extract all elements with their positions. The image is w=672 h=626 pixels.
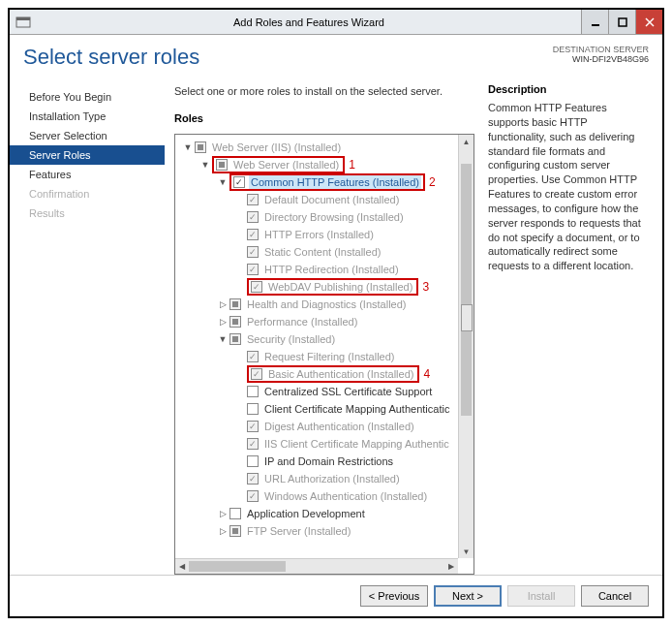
- tree-row[interactable]: Default Document (Installed): [183, 191, 473, 208]
- role-label[interactable]: Security (Installed): [245, 332, 337, 346]
- tree-row[interactable]: Windows Authentication (Installed): [183, 487, 473, 505]
- maximize-button[interactable]: [608, 10, 635, 34]
- tree-row[interactable]: IP and Domain Restrictions: [183, 453, 473, 470]
- role-label[interactable]: Common HTTP Features (Installed): [249, 175, 421, 189]
- role-label[interactable]: Directory Browsing (Installed): [262, 210, 406, 224]
- role-label[interactable]: HTTP Errors (Installed): [262, 228, 376, 241]
- tree-row[interactable]: Directory Browsing (Installed): [183, 208, 473, 226]
- tree-row[interactable]: ▼Web Server (Installed)1: [183, 156, 473, 173]
- annotation-number: 2: [429, 175, 436, 189]
- window-title: Add Roles and Features Wizard: [37, 16, 581, 28]
- tree-row[interactable]: WebDAV Publishing (Installed)3: [183, 278, 473, 296]
- role-label[interactable]: Basic Authentication (Installed): [266, 367, 415, 381]
- tree-row[interactable]: ▷Performance (Installed): [183, 313, 473, 330]
- scroll-left-icon[interactable]: ◀: [175, 559, 189, 574]
- role-checkbox: [247, 351, 259, 362]
- roles-tree[interactable]: ▼Web Server (IIS) (Installed)▼Web Server…: [175, 135, 473, 574]
- role-label[interactable]: Application Development: [245, 507, 367, 520]
- tree-row[interactable]: ▼Common HTTP Features (Installed)2: [183, 173, 473, 191]
- role-label[interactable]: HTTP Redirection (Installed): [262, 263, 401, 276]
- role-checkbox: [247, 194, 259, 205]
- role-label[interactable]: Default Document (Installed): [262, 193, 401, 206]
- sidebar-item-installation-type[interactable]: Installation Type: [10, 107, 165, 126]
- tree-row[interactable]: ▷FTP Server (Installed): [183, 522, 473, 540]
- tree-row[interactable]: ▷Health and Diagnostics (Installed): [183, 296, 473, 313]
- role-label[interactable]: Request Filtering (Installed): [262, 350, 397, 363]
- close-button[interactable]: [635, 10, 662, 34]
- previous-button[interactable]: < Previous: [360, 585, 428, 607]
- role-label[interactable]: Health and Diagnostics (Installed): [245, 297, 408, 311]
- role-checkbox[interactable]: [247, 455, 259, 467]
- role-label[interactable]: Windows Authentication (Installed): [262, 489, 429, 503]
- annotation-number: 1: [349, 158, 355, 172]
- tree-row[interactable]: Centralized SSL Certificate Support: [183, 383, 473, 400]
- titlebar: Add Roles and Features Wizard: [10, 10, 662, 35]
- description-text: Common HTTP Features supports basic HTTP…: [488, 101, 641, 273]
- app-icon: [15, 15, 31, 30]
- scroll-thumb-horizontal[interactable]: [189, 561, 286, 572]
- vertical-scrollbar[interactable]: ▲ ▼: [458, 135, 473, 558]
- tree-row[interactable]: Client Certificate Mapping Authenticatic: [183, 400, 473, 418]
- horizontal-scrollbar[interactable]: ◀ ▶: [175, 558, 458, 574]
- page-title: Select server roles: [23, 45, 553, 70]
- install-button: Install: [507, 585, 575, 607]
- role-label[interactable]: Web Server (IIS) (Installed): [210, 141, 343, 154]
- tree-row[interactable]: ▼Security (Installed): [183, 330, 473, 348]
- sidebar-item-server-roles[interactable]: Server Roles: [10, 145, 165, 165]
- sidebar-item-before-you-begin[interactable]: Before You Begin: [10, 87, 165, 107]
- role-label[interactable]: Digest Authentication (Installed): [262, 420, 416, 433]
- tree-row[interactable]: ▷Application Development: [183, 505, 473, 522]
- role-label[interactable]: Static Content (Installed): [262, 245, 382, 259]
- tree-row[interactable]: Basic Authentication (Installed)4: [183, 365, 473, 383]
- tree-row[interactable]: Request Filtering (Installed): [183, 348, 473, 365]
- tree-row[interactable]: ▼Web Server (IIS) (Installed): [183, 139, 473, 156]
- scroll-notch: [461, 304, 473, 331]
- tree-row[interactable]: URL Authorization (Installed): [183, 470, 473, 487]
- expand-icon[interactable]: ▼: [183, 142, 193, 152]
- tree-row[interactable]: Digest Authentication (Installed): [183, 418, 473, 435]
- role-checkbox[interactable]: [247, 403, 259, 415]
- expand-icon[interactable]: ▷: [218, 317, 228, 327]
- window-controls: [581, 10, 662, 34]
- role-label[interactable]: IIS Client Certificate Mapping Authentic: [262, 437, 451, 451]
- role-label[interactable]: Web Server (Installed): [231, 158, 341, 172]
- sidebar-item-results: Results: [10, 203, 165, 223]
- destination-name: WIN-DFI2VB48G96: [553, 54, 649, 64]
- tree-row[interactable]: Static Content (Installed): [183, 243, 473, 261]
- scroll-right-icon[interactable]: ▶: [444, 559, 458, 574]
- role-checkbox[interactable]: [229, 508, 241, 519]
- role-label[interactable]: IP and Domain Restrictions: [262, 454, 395, 468]
- role-label[interactable]: Centralized SSL Certificate Support: [262, 385, 434, 398]
- svg-rect-3: [619, 18, 626, 26]
- expand-icon[interactable]: ▼: [200, 160, 210, 170]
- role-checkbox: [251, 368, 262, 380]
- roles-tree-container: ▼Web Server (IIS) (Installed)▼Web Server…: [174, 134, 474, 575]
- role-checkbox[interactable]: [233, 176, 245, 188]
- expand-icon[interactable]: ▷: [218, 526, 228, 536]
- role-label[interactable]: Performance (Installed): [245, 315, 359, 329]
- next-button[interactable]: Next >: [434, 585, 502, 607]
- role-label[interactable]: WebDAV Publishing (Installed): [266, 280, 414, 294]
- expand-icon[interactable]: ▷: [218, 299, 228, 309]
- annotation-number: 3: [422, 280, 429, 294]
- sidebar-item-server-selection[interactable]: Server Selection: [10, 126, 165, 145]
- tree-row[interactable]: HTTP Redirection (Installed): [183, 261, 473, 278]
- role-label[interactable]: URL Authorization (Installed): [262, 472, 402, 485]
- tree-row[interactable]: IIS Client Certificate Mapping Authentic: [183, 435, 473, 453]
- scroll-down-icon[interactable]: ▼: [459, 545, 473, 558]
- cancel-button[interactable]: Cancel: [581, 585, 649, 607]
- role-label[interactable]: FTP Server (Installed): [245, 524, 352, 538]
- sidebar-item-features[interactable]: Features: [10, 165, 165, 184]
- scroll-thumb-vertical[interactable]: [461, 164, 472, 416]
- scroll-up-icon[interactable]: ▲: [459, 135, 473, 148]
- role-label[interactable]: Client Certificate Mapping Authenticatic: [262, 402, 451, 416]
- tree-row[interactable]: HTTP Errors (Installed): [183, 226, 473, 243]
- expand-icon[interactable]: ▷: [218, 509, 228, 518]
- minimize-button[interactable]: [581, 10, 608, 34]
- instruction-text: Select one or more roles to install on t…: [174, 83, 474, 107]
- annotation-highlight: Web Server (Installed): [212, 156, 345, 173]
- role-checkbox: [229, 298, 241, 310]
- role-checkbox[interactable]: [247, 386, 259, 397]
- expand-icon[interactable]: ▼: [218, 334, 228, 344]
- expand-icon[interactable]: ▼: [218, 177, 228, 187]
